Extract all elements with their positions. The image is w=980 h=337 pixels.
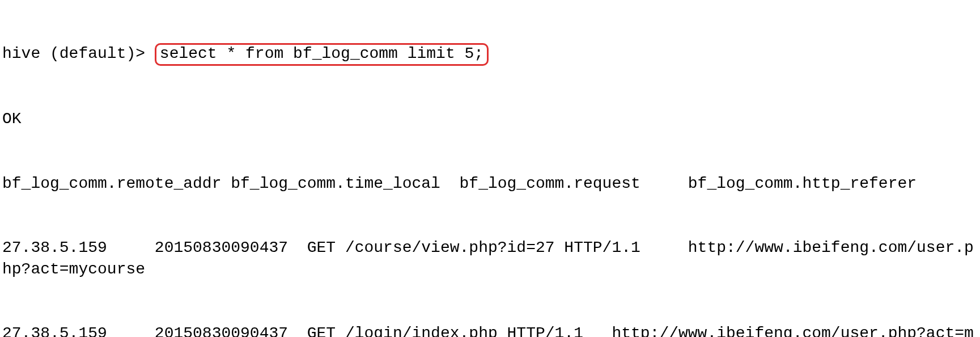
terminal-output[interactable]: hive (default)> select * from bf_log_com… bbox=[0, 0, 980, 337]
command-line: hive (default)> select * from bf_log_com… bbox=[2, 43, 978, 66]
ok-line: OK bbox=[2, 108, 978, 130]
column-header-line: bf_log_comm.remote_addr bf_log_comm.time… bbox=[2, 173, 978, 195]
sql-command-highlight: select * from bf_log_comm limit 5; bbox=[155, 43, 489, 66]
hive-prompt: hive (default)> bbox=[2, 45, 155, 62]
result-row: 27.38.5.159 20150830090437 GET /course/v… bbox=[2, 237, 978, 280]
result-row: 27.38.5.159 20150830090437 GET /login/in… bbox=[2, 323, 978, 337]
